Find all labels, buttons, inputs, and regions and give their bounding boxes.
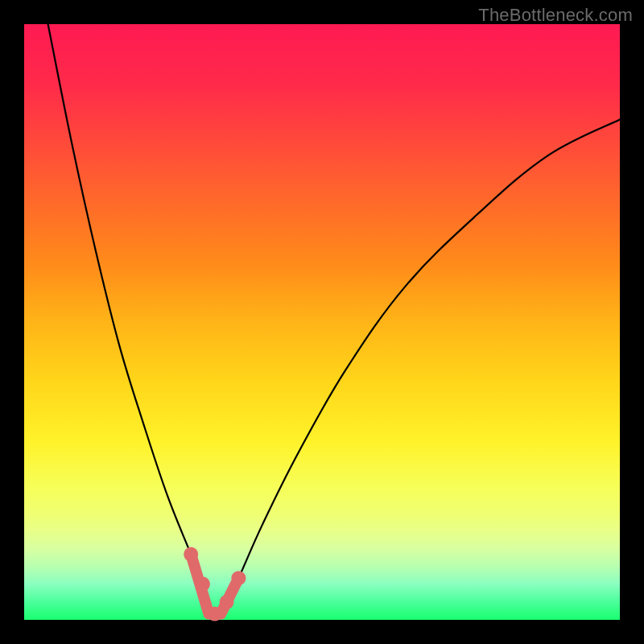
marker-dot: [208, 607, 222, 621]
watermark-text: TheBottleneck.com: [478, 5, 633, 26]
plot-area: [24, 24, 620, 620]
markers-layer: [24, 24, 620, 620]
marker-dot: [231, 571, 246, 585]
marker-dot: [220, 595, 234, 609]
marker-dot: [196, 577, 210, 592]
marker-dot: [184, 547, 198, 562]
marker-dots: [184, 547, 246, 621]
chart-canvas: TheBottleneck.com: [0, 0, 644, 644]
